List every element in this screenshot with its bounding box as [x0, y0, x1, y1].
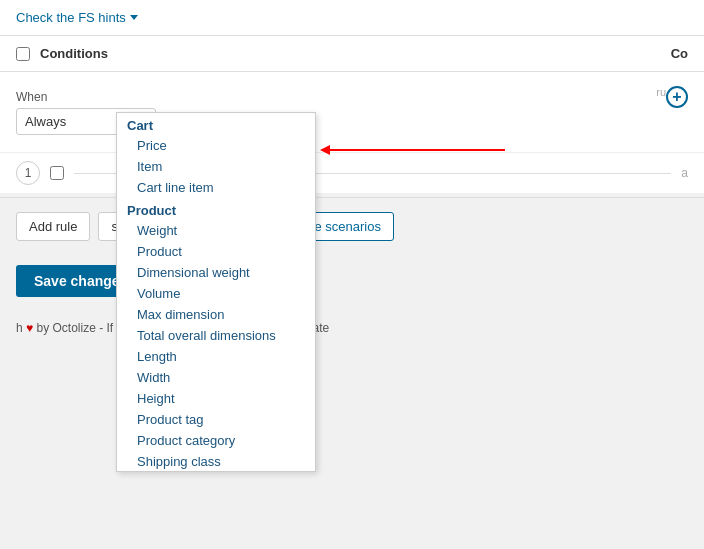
- conditions-header: Conditions Co: [0, 36, 704, 72]
- rule-indicator: ru: [656, 86, 666, 98]
- dropdown-item-product[interactable]: Product: [117, 241, 315, 262]
- fs-hints-link[interactable]: Check the FS hints: [16, 10, 138, 25]
- conditions-master-checkbox[interactable]: [16, 47, 30, 61]
- conditions-title: Conditions: [40, 46, 671, 61]
- dropdown-section-product: Product: [117, 198, 315, 220]
- fs-hints-text: Check the FS hints: [16, 10, 126, 25]
- dropdown-item-height[interactable]: Height: [117, 388, 315, 409]
- dropdown-item-width[interactable]: Width: [117, 367, 315, 388]
- dropdown-item-max-dimension[interactable]: Max dimension: [117, 304, 315, 325]
- dropdown-menu: Cart Price Item Cart line item Product W…: [116, 112, 316, 472]
- co-label: Co: [671, 46, 688, 61]
- save-area: Save changes: [0, 255, 704, 313]
- rule-checkbox[interactable]: [50, 166, 64, 180]
- dropdown-item-weight[interactable]: Weight: [117, 220, 315, 241]
- bottom-area: Add rule selected rules Use ready-made s…: [0, 197, 704, 255]
- when-value: Always: [25, 114, 66, 129]
- when-label: When: [16, 90, 688, 104]
- dropdown-item-price[interactable]: Price: [117, 135, 315, 156]
- dropdown-section-cart: Cart: [117, 113, 315, 135]
- top-bar: Check the FS hints: [0, 0, 704, 36]
- red-arrow-indicator: [315, 140, 515, 163]
- fs-hints-arrow-icon: [130, 15, 138, 20]
- dropdown-item-product-tag[interactable]: Product tag: [117, 409, 315, 430]
- svg-marker-1: [320, 145, 330, 155]
- dropdown-item-length[interactable]: Length: [117, 346, 315, 367]
- rule-side-label: a: [681, 166, 688, 180]
- add-rule-circle-button[interactable]: +: [666, 86, 688, 108]
- row-area: When Always Cart Price Item Cart line it…: [0, 72, 704, 152]
- dropdown-item-shipping-class[interactable]: Shipping class: [117, 451, 315, 472]
- dropdown-item-item[interactable]: Item: [117, 156, 315, 177]
- footer: h ♥ by Octolize - If you like Flexible S…: [0, 313, 704, 343]
- heart-icon: ♥: [26, 321, 33, 335]
- dropdown-item-total-overall-dimensions[interactable]: Total overall dimensions: [117, 325, 315, 346]
- add-rule-button[interactable]: Add rule: [16, 212, 90, 241]
- rule-number: 1: [16, 161, 40, 185]
- dropdown-item-product-category[interactable]: Product category: [117, 430, 315, 451]
- dropdown-item-cart-line-item[interactable]: Cart line item: [117, 177, 315, 198]
- dropdown-item-volume[interactable]: Volume: [117, 283, 315, 304]
- dropdown-item-dimensional-weight[interactable]: Dimensional weight: [117, 262, 315, 283]
